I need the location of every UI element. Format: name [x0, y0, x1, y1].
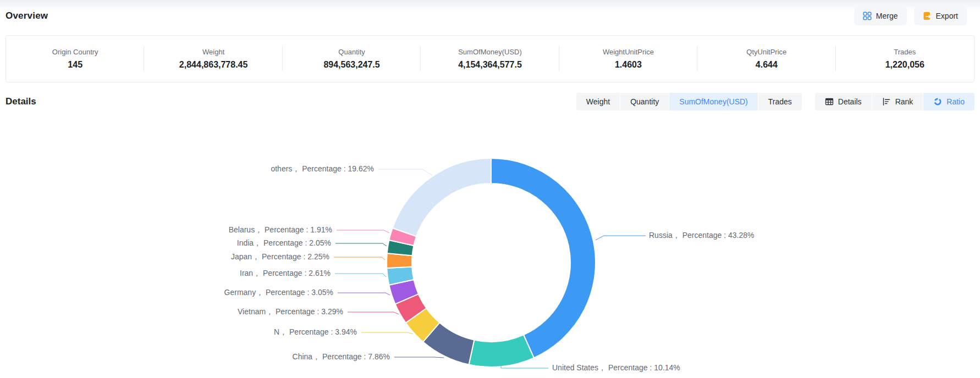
leader-line-vietnam — [348, 312, 399, 314]
slice-russia[interactable] — [491, 158, 596, 358]
leader-line-belarus — [337, 230, 389, 233]
leader-line-iran — [335, 274, 386, 277]
leader-line-others — [378, 169, 432, 175]
chart-label-belarus: Belarus， Percentage : 1.91% — [229, 225, 332, 235]
chart-label-united-states: United States， Percentage : 10.14% — [552, 363, 680, 373]
leader-line-n — [361, 332, 413, 334]
leader-line-japan — [334, 257, 385, 260]
chart-label-russia: Russia， Percentage : 43.28% — [649, 231, 754, 241]
chart-label-germany: Germany， Percentage : 3.05% — [224, 288, 333, 298]
donut-svg — [0, 0, 980, 378]
chart-label-china: China， Percentage : 7.86% — [293, 352, 390, 362]
chart-label-n: N， Percentage : 3.94% — [274, 327, 357, 337]
ratio-donut-chart: Russia， Percentage : 43.28%United States… — [0, 0, 980, 378]
slice-others[interactable] — [393, 158, 491, 236]
leader-line-germany — [338, 293, 390, 295]
leader-line-russia — [596, 236, 646, 240]
chart-label-india: India， Percentage : 2.05% — [237, 238, 331, 248]
chart-label-others: others， Percentage : 19.62% — [271, 164, 374, 174]
chart-label-japan: Japan， Percentage : 2.25% — [231, 252, 329, 262]
leader-line-china — [394, 357, 444, 358]
slice-united-states[interactable] — [469, 335, 534, 367]
chart-label-iran: Iran， Percentage : 2.61% — [240, 269, 331, 279]
chart-label-vietnam: Vietnam， Percentage : 3.29% — [238, 307, 343, 317]
leader-line-india — [335, 243, 387, 246]
